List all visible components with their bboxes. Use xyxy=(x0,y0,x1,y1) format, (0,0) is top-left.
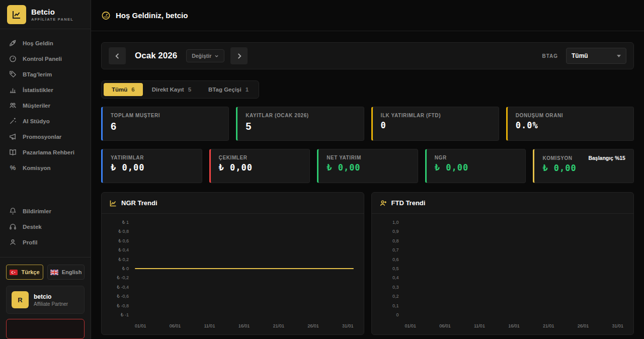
sidebar-item-hos-geldin[interactable]: Hoş Geldin xyxy=(0,35,91,51)
sidebar-item-profil[interactable]: Profil xyxy=(0,234,91,250)
stat-value: 5 xyxy=(246,121,355,131)
sidebar-item-ai-studyo[interactable]: AI Stüdyo xyxy=(0,113,91,129)
sidebar-item-label: Bildirimler xyxy=(23,208,51,214)
avatar: R xyxy=(12,291,29,308)
change-month-button[interactable]: Değiştir xyxy=(186,49,224,62)
brand-name: Betcio xyxy=(31,8,73,16)
stat-value: ₺ 0,00 xyxy=(542,164,625,173)
sidebar-item-destek[interactable]: Destek xyxy=(0,219,91,234)
stat-label: TOPLAM MÜŞTERİ xyxy=(111,113,220,118)
user-card[interactable]: R betcio Affiliate Partner xyxy=(6,286,85,314)
sidebar-item-musteriler[interactable]: Müşteriler xyxy=(0,98,91,113)
sidebar-item-promosyonlar[interactable]: Promosyonlar xyxy=(0,129,91,144)
sidebar-item-label: Pazarlama Rehberi xyxy=(23,149,74,155)
stat-label: DÖNÜŞÜM ORANI xyxy=(516,113,625,118)
bell-icon xyxy=(9,207,17,215)
sidebar-item-label: Komisyon xyxy=(23,165,51,171)
headset-icon xyxy=(9,223,17,230)
stat-card-ilk-yatirimlar: İLK YATIRIMLAR (FTD) 0 xyxy=(371,107,499,141)
stat-value: ₺ 0,00 xyxy=(219,163,302,172)
tab-label: Direkt Kayıt xyxy=(152,87,184,93)
book-icon xyxy=(9,148,17,156)
chart-title: FTD Trendi xyxy=(391,199,426,207)
language-label: Türkçe xyxy=(21,269,39,275)
logout-button[interactable] xyxy=(6,319,85,339)
sidebar-item-label: Profil xyxy=(23,239,37,245)
stat-value: 0 xyxy=(381,121,491,130)
chart-line-icon xyxy=(12,10,22,20)
stat-card-toplam-musteri: TOPLAM MÜŞTERİ 6 xyxy=(101,107,229,141)
tab-direkt-kayit[interactable]: Direkt Kayıt 5 xyxy=(144,83,199,96)
flag-turkey-icon xyxy=(10,270,18,275)
stat-card-kayitlar: KAYITLAR (OCAK 2026) 5 xyxy=(236,107,364,141)
wand-icon xyxy=(9,117,17,125)
sidebar-item-pazarlama-rehberi[interactable]: Pazarlama Rehberi xyxy=(0,144,91,160)
flag-uk-icon xyxy=(50,270,58,275)
gauge-icon xyxy=(9,55,17,62)
language-button-turkish[interactable]: Türkçe xyxy=(6,265,43,280)
tab-tumu[interactable]: Tümü 6 xyxy=(104,83,143,96)
ftd-x-axis: 01/01 06/01 11/01 16/01 21/01 26/01 31/0… xyxy=(405,323,624,328)
sidebar-item-label: İstatistikler xyxy=(23,87,53,93)
stat-value: ₺ 0,00 xyxy=(111,163,194,172)
stat-card-donusum-orani: DÖNÜŞÜM ORANI 0.0% xyxy=(506,107,634,141)
chart-line-icon xyxy=(110,200,117,207)
stat-label: NET YATIRIM xyxy=(327,155,410,160)
sidebar-item-komisyon[interactable]: % Komisyon xyxy=(0,160,91,176)
ftd-trend-chart: FTD Trendi 1,0 0,9 0,8 0,7 0,6 0,5 0,4 0… xyxy=(371,192,634,335)
stat-label: NGR xyxy=(435,155,518,160)
stat-card-ngr: NGR ₺ 0,00 xyxy=(425,149,526,183)
percent-icon: % xyxy=(9,164,17,172)
user-role: Affiliate Partner xyxy=(34,301,68,307)
stat-value: ₺ 0,00 xyxy=(435,163,518,172)
charts-row: NGR Trendi ₺ 1 ₺ 0,8 ₺ 0,6 ₺ 0,4 ₺ 0,2 ₺… xyxy=(101,192,634,335)
content: Ocak 2026 Değiştir BTAG Tümü Tümü xyxy=(91,31,644,339)
tab-count: 6 xyxy=(131,87,134,93)
sidebar-item-bildirimler[interactable]: Bildirimler xyxy=(0,203,91,219)
ngr-trend-chart: NGR Trendi ₺ 1 ₺ 0,8 ₺ 0,6 ₺ 0,4 ₺ 0,2 ₺… xyxy=(101,192,364,335)
gauge-icon xyxy=(101,11,111,20)
btag-label: BTAG xyxy=(542,53,558,59)
sidebar-item-label: BTag'lerim xyxy=(23,71,52,77)
stat-value: 0.0% xyxy=(516,121,625,130)
language-button-english[interactable]: English xyxy=(47,265,85,280)
commission-rate-badge: Başlangıç %15 xyxy=(588,155,625,161)
tab-label: Tümü xyxy=(112,87,127,93)
tag-icon xyxy=(9,70,17,78)
bar-chart-icon xyxy=(9,86,17,94)
brand-subtitle: AFFİLİATE PANEL xyxy=(31,17,73,22)
chevron-left-icon xyxy=(114,53,121,59)
sidebar-item-kontrol-paneli[interactable]: Kontrol Paneli xyxy=(0,51,91,66)
brand-logo-icon xyxy=(7,5,26,24)
stats-row-2: YATIRIMLAR ₺ 0,00 ÇEKİMLER ₺ 0,00 NET YA… xyxy=(101,149,634,183)
stat-card-net-yatirim: NET YATIRIM ₺ 0,00 xyxy=(317,149,418,183)
chart-title: NGR Trendi xyxy=(121,199,157,207)
btag-selected-value: Tümü xyxy=(572,52,588,59)
users-icon xyxy=(9,102,17,109)
tab-count: 1 xyxy=(246,87,249,93)
next-month-button[interactable] xyxy=(230,47,248,64)
sidebar-item-label: Kontrol Paneli xyxy=(23,56,62,62)
stat-card-yatirimlar: YATIRIMLAR ₺ 0,00 xyxy=(101,149,202,183)
user-icon xyxy=(9,238,17,246)
prev-month-button[interactable] xyxy=(109,47,126,64)
stats-row-1: TOPLAM MÜŞTERİ 6 KAYITLAR (OCAK 2026) 5 … xyxy=(101,107,634,141)
stat-label: YATIRIMLAR xyxy=(111,155,194,160)
user-plus-icon xyxy=(380,200,387,207)
language-switcher: Türkçe English xyxy=(0,258,91,286)
btag-select[interactable]: Tümü xyxy=(566,48,626,64)
app-root: Betcio AFFİLİATE PANEL Hoş Geldin Kontro… xyxy=(0,0,644,339)
customer-filter-tabs: Tümü 6 Direkt Kayıt 5 BTag Geçişi 1 xyxy=(101,80,259,99)
sidebar-bottom-nav: Bildirimler Destek Profil xyxy=(0,197,91,253)
stat-label: İLK YATIRIMLAR (FTD) xyxy=(381,113,491,118)
current-month-label: Ocak 2026 xyxy=(135,51,177,61)
sidebar: Betcio AFFİLİATE PANEL Hoş Geldin Kontro… xyxy=(0,0,91,339)
sidebar-item-btaglerim[interactable]: BTag'lerim xyxy=(0,66,91,82)
sidebar-item-istatistikler[interactable]: İstatistikler xyxy=(0,82,91,98)
stat-card-cekimler: ÇEKİMLER ₺ 0,00 xyxy=(209,149,310,183)
tab-btag-gecisi[interactable]: BTag Geçişi 1 xyxy=(200,83,257,96)
stat-card-komisyon: KOMİSYON Başlangıç %15 ₺ 0,00 xyxy=(533,149,634,183)
stat-label: KAYITLAR (OCAK 2026) xyxy=(246,113,355,118)
stat-label: KOMİSYON xyxy=(542,155,572,161)
change-month-label: Değiştir xyxy=(192,53,211,59)
